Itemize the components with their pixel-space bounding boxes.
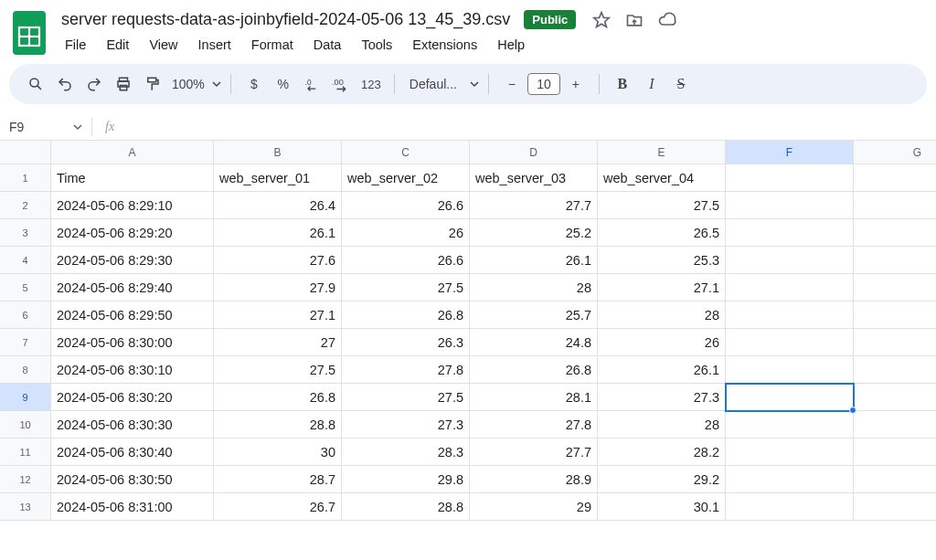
cell[interactable]: 27: [214, 329, 342, 356]
cell[interactable]: 28.2: [598, 438, 726, 466]
cell[interactable]: 28.8: [342, 493, 470, 521]
cell[interactable]: 27.3: [342, 411, 470, 438]
cell[interactable]: 26.3: [342, 329, 470, 356]
fontsize-decrease[interactable]: −: [498, 70, 526, 98]
cell[interactable]: 2024-05-06 8:30:00: [51, 329, 214, 356]
row-header[interactable]: 5: [0, 274, 51, 301]
menu-help[interactable]: Help: [489, 34, 533, 56]
cell[interactable]: 27.5: [214, 356, 342, 384]
undo-icon[interactable]: [51, 70, 79, 98]
cell[interactable]: 27.8: [470, 411, 598, 438]
menu-extensions[interactable]: Extensions: [404, 34, 485, 56]
col-header[interactable]: A: [51, 141, 214, 164]
cell[interactable]: 28.1: [470, 384, 598, 411]
cell[interactable]: 29.8: [342, 466, 470, 493]
cell[interactable]: 2024-05-06 8:29:50: [51, 301, 214, 329]
cell[interactable]: web_server_04: [598, 164, 726, 192]
cell[interactable]: 28: [598, 301, 726, 329]
cell[interactable]: 2024-05-06 8:29:10: [51, 192, 214, 219]
cell[interactable]: 27.1: [598, 274, 726, 301]
cell[interactable]: [854, 247, 936, 274]
paint-format-icon[interactable]: [139, 70, 166, 98]
cell[interactable]: [726, 329, 854, 356]
name-box[interactable]: F9: [0, 120, 91, 134]
cell[interactable]: 27.8: [342, 356, 470, 384]
strikethrough-button[interactable]: S: [667, 70, 695, 98]
cell[interactable]: 28: [598, 411, 726, 438]
cell[interactable]: web_server_01: [214, 164, 342, 192]
cell[interactable]: 26.6: [342, 247, 470, 274]
cell[interactable]: 26.7: [214, 493, 342, 521]
cell[interactable]: 27.5: [342, 384, 470, 411]
sheets-logo[interactable]: [11, 9, 48, 57]
cell[interactable]: 26.1: [470, 247, 598, 274]
cell[interactable]: 2024-05-06 8:30:40: [51, 438, 214, 466]
row-header[interactable]: 13: [0, 493, 51, 521]
row-header[interactable]: 6: [0, 301, 51, 329]
select-all-corner[interactable]: [0, 141, 51, 164]
cell[interactable]: 25.3: [598, 247, 726, 274]
cell[interactable]: 25.2: [470, 219, 598, 247]
increase-decimal-icon[interactable]: .00: [328, 70, 356, 98]
cell[interactable]: 26.1: [214, 219, 342, 247]
cell[interactable]: [726, 247, 854, 274]
row-header[interactable]: 12: [0, 466, 51, 493]
cell[interactable]: 27.7: [470, 192, 598, 219]
zoom-select[interactable]: 100%: [168, 70, 221, 98]
cell[interactable]: 2024-05-06 8:29:40: [51, 274, 214, 301]
cell[interactable]: 2024-05-06 8:31:00: [51, 493, 214, 521]
cell[interactable]: [854, 274, 936, 301]
cell[interactable]: web_server_02: [342, 164, 470, 192]
col-header[interactable]: C: [342, 141, 470, 164]
cell[interactable]: [726, 384, 854, 411]
cell[interactable]: 30: [214, 438, 342, 466]
italic-button[interactable]: I: [638, 70, 665, 98]
cell[interactable]: [726, 438, 854, 466]
selection-handle[interactable]: [849, 407, 856, 414]
cell[interactable]: [726, 301, 854, 329]
cell[interactable]: 27.6: [214, 247, 342, 274]
cell[interactable]: 26.8: [214, 384, 342, 411]
cell[interactable]: [726, 219, 854, 247]
cell[interactable]: 28.9: [470, 466, 598, 493]
cell[interactable]: 27.3: [598, 384, 726, 411]
cell[interactable]: 24.8: [470, 329, 598, 356]
cell[interactable]: [726, 466, 854, 493]
col-header[interactable]: E: [598, 141, 726, 164]
row-header[interactable]: 4: [0, 247, 51, 274]
cell[interactable]: 29: [470, 493, 598, 521]
menu-tools[interactable]: Tools: [353, 34, 400, 56]
cell[interactable]: 25.7: [470, 301, 598, 329]
star-icon[interactable]: [592, 11, 611, 29]
menu-file[interactable]: File: [57, 34, 94, 56]
move-icon[interactable]: [625, 11, 644, 29]
cell[interactable]: [726, 274, 854, 301]
col-header[interactable]: D: [470, 141, 598, 164]
cell[interactable]: 26: [342, 219, 470, 247]
print-icon[interactable]: [110, 70, 137, 98]
menu-insert[interactable]: Insert: [190, 34, 239, 56]
percent-button[interactable]: %: [270, 70, 297, 98]
cell[interactable]: [726, 164, 854, 192]
cell[interactable]: [854, 301, 936, 329]
cell[interactable]: 26.4: [214, 192, 342, 219]
cell[interactable]: 26: [598, 329, 726, 356]
fontsize-increase[interactable]: +: [562, 70, 590, 98]
cell[interactable]: 2024-05-06 8:30:50: [51, 466, 214, 493]
cell[interactable]: [854, 466, 936, 493]
row-header[interactable]: 2: [0, 192, 51, 219]
cell[interactable]: 30.1: [598, 493, 726, 521]
decrease-decimal-icon[interactable]: .0: [299, 70, 326, 98]
cell[interactable]: [854, 438, 936, 466]
cell[interactable]: 26.5: [598, 219, 726, 247]
cell[interactable]: 28.3: [342, 438, 470, 466]
cell[interactable]: 2024-05-06 8:29:30: [51, 247, 214, 274]
font-select[interactable]: Defaul...: [404, 70, 479, 98]
bold-button[interactable]: B: [609, 70, 636, 98]
cell[interactable]: 28: [470, 274, 598, 301]
row-header[interactable]: 11: [0, 438, 51, 466]
cell[interactable]: 2024-05-06 8:30:20: [51, 384, 214, 411]
cell[interactable]: 27.7: [470, 438, 598, 466]
col-header[interactable]: G: [854, 141, 936, 164]
cell[interactable]: [726, 356, 854, 384]
